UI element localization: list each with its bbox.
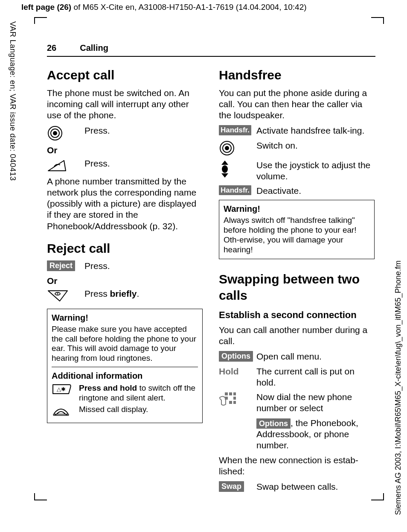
svg-text:△✱: △✱ — [57, 386, 66, 392]
svg-point-11 — [222, 165, 228, 173]
page-meta-rest: of M65 X-Cite en, A31008-H7150-A1-1-7619… — [71, 3, 306, 12]
when-established: When the new connection is estab-lished: — [219, 455, 375, 477]
or-label: Or — [47, 145, 203, 156]
swap-desc: Swap between calls. — [256, 481, 375, 492]
activate-label: Activate handsfree talk-ing. — [256, 125, 375, 136]
hold-desc: The current call is put on hold. — [256, 366, 375, 389]
crop-mark — [34, 493, 35, 500]
joystick-updown-icon — [219, 160, 249, 178]
open-menu-label: Open call menu. — [256, 351, 375, 362]
svg-point-2 — [53, 131, 57, 135]
page-body: 26 Calling Accept call The phone must be… — [47, 43, 375, 496]
warning-box: Warning! Always switch off "handsfree ta… — [219, 200, 375, 259]
accept-detail: A phone number transmitted by the networ… — [47, 176, 203, 232]
dial-continuation: Options, the Phonebook, Addressbook, or … — [256, 418, 375, 451]
crop-mark — [34, 17, 35, 24]
page-meta-bold: left page (26) — [21, 3, 71, 12]
heading-establish: Establish a second connection — [219, 309, 375, 321]
warning-body: Please make sure you have accepted the c… — [52, 324, 198, 363]
deactivate-label: Deactivate. — [256, 185, 375, 196]
press-label: Press. — [84, 125, 203, 136]
establish-intro: You can call another number during a cal… — [219, 324, 375, 347]
svg-rect-18 — [229, 401, 232, 404]
page-number: 26 — [47, 43, 56, 53]
svg-rect-14 — [229, 392, 232, 395]
crop-mark — [34, 500, 47, 500]
accept-intro: The phone must be switched on. An incomi… — [47, 88, 203, 121]
running-head: 26 Calling — [47, 43, 375, 57]
swap-softkey: Swap — [219, 481, 244, 492]
svg-point-4 — [57, 293, 58, 294]
additional-row-1: Press and hold to switch off the rington… — [79, 383, 198, 403]
press-label: Press. — [84, 260, 203, 272]
heading-handsfree: Handsfree — [219, 67, 375, 83]
warning-title: Warning! — [52, 313, 198, 323]
switch-on-label: Switch on. — [256, 140, 375, 151]
press-briefly-post: . — [137, 289, 140, 298]
svg-marker-10 — [221, 161, 228, 165]
svg-point-9 — [225, 146, 229, 150]
side-text-right: Siemens AG 2003, I:\Mobil\R65\M65_X-cite… — [393, 260, 403, 515]
column-right: Handsfree You can put the phone aside du… — [219, 67, 375, 496]
section-title: Calling — [80, 43, 108, 53]
joystick-label: Use the joystick to adjust the volume. — [256, 160, 375, 182]
crop-mark — [34, 17, 47, 18]
svg-rect-13 — [225, 392, 228, 395]
hold-label: Hold — [219, 366, 239, 377]
press-briefly-label: Press briefly. — [84, 288, 203, 299]
press-label: Press. — [84, 158, 203, 169]
svg-rect-15 — [233, 392, 236, 395]
svg-marker-12 — [221, 173, 228, 178]
crop-mark — [383, 17, 384, 24]
svg-rect-17 — [233, 397, 236, 400]
svg-rect-19 — [233, 401, 236, 404]
page-meta-top: left page (26) of M65 X-Cite en, A31008-… — [21, 2, 307, 12]
call-key-icon — [47, 158, 77, 172]
warning-title: Warning! — [224, 204, 370, 214]
crop-mark — [383, 493, 384, 500]
heading-accept-call: Accept call — [47, 67, 203, 83]
press-hold-bold: Press and hold — [79, 383, 137, 392]
divider — [52, 367, 198, 367]
press-briefly-pre: Press — [84, 289, 110, 298]
star-key-icon: △✱ — [52, 383, 73, 395]
missed-call-icon — [52, 405, 73, 417]
additional-info-title: Additional information — [52, 371, 198, 381]
handsfree-softkey: Handsfr. — [219, 185, 251, 195]
additional-row-2: Missed call display. — [79, 405, 148, 415]
or-label: Or — [47, 275, 203, 286]
heading-reject-call: Reject call — [47, 240, 203, 257]
end-key-icon — [47, 288, 77, 303]
column-left: Accept call The phone must be switched o… — [47, 67, 203, 496]
warning-box: Warning! Please make sure you have accep… — [47, 309, 203, 423]
side-text-left: VAR Language: en; VAR issue date: 040413 — [8, 21, 17, 181]
handsfree-softkey: Handsfr. — [219, 125, 251, 135]
center-key-icon — [47, 125, 77, 141]
keypad-icon — [219, 392, 249, 409]
options-softkey: Options — [219, 351, 253, 362]
heading-swapping: Swapping between two calls — [219, 271, 375, 303]
dial-desc: Now dial the new phone number or select — [256, 392, 375, 414]
press-briefly-bold: briefly — [110, 289, 137, 298]
crop-mark — [371, 17, 384, 18]
handsfree-intro: You can put the phone aside during a cal… — [219, 88, 375, 121]
crop-mark — [371, 500, 384, 500]
warning-body: Always switch off "handsfree talking" be… — [224, 216, 370, 254]
options-softkey: Options — [256, 418, 291, 429]
reject-softkey: Reject — [47, 260, 75, 271]
center-key-icon — [219, 140, 249, 156]
